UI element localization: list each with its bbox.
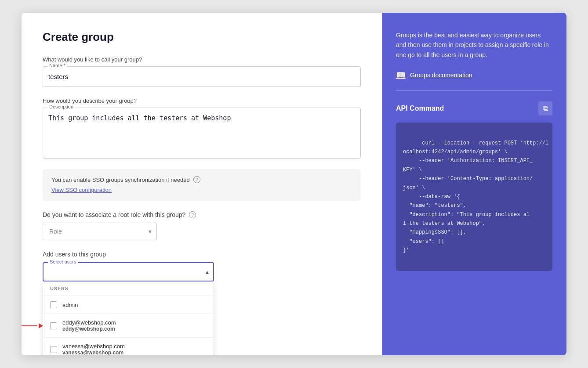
divider [396,90,552,91]
users-section-header: USERS [43,281,214,296]
role-question-text: Do you want to associate a root role wit… [43,211,185,218]
role-select[interactable]: Role [43,223,157,240]
select-users-input[interactable] [44,263,197,281]
user-display-admin: admin [62,302,78,308]
user-info-admin: admin [62,302,78,308]
name-label: Name * [47,63,67,68]
select-users-legend: Select users [48,259,78,264]
api-code-block: curl --location --request POST 'http://l… [396,123,552,271]
docs-link[interactable]: 📖 Groups documentation [396,70,552,80]
description-field-group: How would you describe your group? Descr… [43,97,361,159]
name-input-wrapper: Name * [43,66,361,87]
add-users-section: Add users to this group Select users ▴ U… [43,251,361,355]
right-panel: Groups is the best and easiest way to or… [382,13,566,355]
modal-container: Create group What would you like to call… [22,13,566,355]
user-checkbox-eddy[interactable] [50,322,57,329]
copy-icon[interactable]: ⧉ [538,101,552,115]
user-info-vanessa: vanessa@webshop.com vanessa@webshop.com [62,343,125,355]
user-display-eddy: eddy@webshop.com [62,319,116,326]
api-code-text: curl --location --request POST 'http://l… [403,140,548,254]
role-section: Do you want to associate a root role wit… [43,211,361,240]
sso-help-icon[interactable]: ? [193,176,200,183]
role-question-label: Do you want to associate a root role wit… [43,211,361,218]
name-field-group: What would you like to call your group? … [43,56,361,87]
user-email-eddy: eddy@webshop.com [62,326,116,332]
users-input-wrapper: Select users ▴ [43,262,214,281]
user-checkbox-admin[interactable] [50,301,57,308]
api-header: API Command ⧉ [396,101,552,115]
sidebar-description: Groups is the best and easiest way to or… [396,30,552,60]
user-item-admin[interactable]: admin [43,296,214,314]
sso-label: You can enable SSO groups synchronizatio… [51,177,190,183]
add-users-label: Add users to this group [43,251,361,258]
arrow-pointer [22,323,43,328]
user-item-vanessa[interactable]: vanessa@webshop.com vanessa@webshop.com [43,338,214,355]
page-title: Create group [43,30,361,44]
user-email-vanessa: vanessa@webshop.com [62,350,125,355]
description-input[interactable]: This group includes all the testers at W… [43,108,360,156]
user-checkbox-vanessa[interactable] [50,346,57,353]
docs-link-text: Groups documentation [410,72,472,79]
user-info-eddy: eddy@webshop.com eddy@webshop.com [62,319,116,332]
left-panel: Create group What would you like to call… [22,13,382,355]
book-icon: 📖 [396,70,406,80]
chevron-up-icon[interactable]: ▴ [206,268,209,275]
user-item-eddy[interactable]: eddy@webshop.com eddy@webshop.com [43,314,214,338]
arrow-head-icon [39,323,43,328]
sso-box: You can enable SSO groups synchronizatio… [43,169,361,201]
users-dropdown-panel: USERS admin edd [43,281,214,355]
description-label: Description [47,104,75,109]
role-help-icon[interactable]: ? [189,211,196,218]
api-title: API Command [396,105,444,112]
user-display-vanessa: vanessa@webshop.com [62,343,125,350]
name-question: What would you like to call your group? [43,56,361,63]
sso-text: You can enable SSO groups synchronizatio… [51,176,352,183]
description-textarea-wrapper: Description This group includes all the … [43,108,361,159]
description-question: How would you describe your group? [43,97,361,104]
sso-link[interactable]: View SSO configuration [51,187,112,193]
role-select-wrapper: Role ▾ [43,223,157,240]
arrow-line [22,325,37,326]
name-input[interactable] [43,67,360,87]
